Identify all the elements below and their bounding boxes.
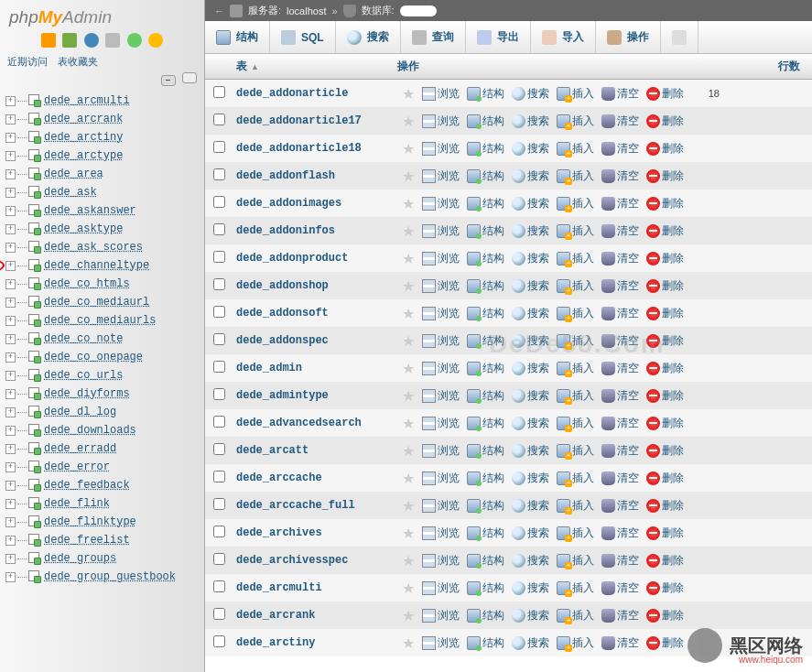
- action-browse[interactable]: 浏览: [419, 526, 462, 541]
- action-empty[interactable]: 清空: [599, 443, 642, 459]
- row-checkbox[interactable]: [213, 141, 225, 153]
- action-drop[interactable]: 删除: [644, 580, 687, 596]
- expand-icon[interactable]: +: [5, 133, 16, 143]
- expand-icon[interactable]: +: [5, 279, 16, 289]
- docs-icon[interactable]: [105, 33, 120, 48]
- action-browse[interactable]: 浏览: [419, 251, 462, 266]
- action-search[interactable]: 搜索: [509, 168, 552, 184]
- expand-icon[interactable]: +: [5, 114, 16, 125]
- action-insert[interactable]: 插入: [554, 526, 597, 541]
- action-drop[interactable]: 删除: [644, 635, 687, 651]
- action-structure[interactable]: 结构: [464, 223, 507, 239]
- tree-item-dede_co_mediaurl[interactable]: +dede_co_mediaurl: [4, 293, 200, 311]
- row-checkbox[interactable]: [213, 580, 225, 592]
- tree-item-dede_asktype[interactable]: +dede_asktype: [4, 220, 200, 238]
- action-structure[interactable]: 结构: [464, 388, 507, 404]
- action-empty[interactable]: 清空: [599, 223, 642, 239]
- expand-icon[interactable]: +: [5, 243, 16, 253]
- action-browse[interactable]: 浏览: [419, 114, 462, 129]
- tree-item-dede_arcmulti[interactable]: +dede_arcmulti: [4, 92, 200, 110]
- action-search[interactable]: 搜索: [509, 86, 552, 102]
- table-name-link[interactable]: dede_addonarticle17: [236, 114, 362, 127]
- action-browse[interactable]: 浏览: [419, 196, 462, 211]
- expand-icon[interactable]: +: [5, 188, 16, 198]
- logo[interactable]: phpMyAdmin: [0, 0, 204, 31]
- logout-icon[interactable]: [62, 33, 77, 48]
- home-icon[interactable]: [41, 33, 56, 48]
- database-name-redacted[interactable]: [400, 5, 437, 16]
- action-empty[interactable]: 清空: [599, 306, 642, 321]
- tab-operations[interactable]: 操作: [596, 21, 661, 53]
- favorite-star-icon[interactable]: ★: [402, 580, 415, 596]
- query-window-icon[interactable]: [84, 33, 99, 48]
- expand-icon[interactable]: +: [5, 407, 16, 417]
- row-checkbox[interactable]: [213, 471, 225, 482]
- action-drop[interactable]: 删除: [644, 114, 687, 129]
- action-browse[interactable]: 浏览: [419, 306, 462, 321]
- action-drop[interactable]: 删除: [644, 526, 687, 541]
- table-name-link[interactable]: dede_addonshop: [236, 279, 329, 292]
- action-structure[interactable]: 结构: [464, 498, 507, 514]
- tree-item-dede_arctype[interactable]: +dede_arctype: [4, 146, 200, 165]
- favorite-star-icon[interactable]: ★: [402, 278, 415, 294]
- expand-icon[interactable]: +: [5, 352, 16, 363]
- row-checkbox[interactable]: [213, 361, 225, 373]
- action-search[interactable]: 搜索: [509, 526, 552, 541]
- action-empty[interactable]: 清空: [599, 526, 642, 541]
- table-name-link[interactable]: dede_arccache_full: [236, 499, 355, 512]
- action-empty[interactable]: 清空: [599, 196, 642, 211]
- action-browse[interactable]: 浏览: [419, 553, 462, 569]
- row-checkbox[interactable]: [213, 526, 225, 537]
- tree-item-dede_flink[interactable]: +dede_flink: [4, 494, 200, 513]
- tree-item-dede_downloads[interactable]: +dede_downloads: [4, 421, 200, 439]
- action-browse[interactable]: 浏览: [419, 608, 462, 623]
- action-empty[interactable]: 清空: [599, 278, 642, 294]
- action-browse[interactable]: 浏览: [419, 361, 462, 376]
- action-insert[interactable]: 插入: [554, 388, 597, 404]
- favorite-star-icon[interactable]: ★: [402, 553, 415, 569]
- action-insert[interactable]: 插入: [554, 168, 597, 184]
- tree-item-dede_ask[interactable]: +dede_ask: [4, 183, 200, 201]
- action-drop[interactable]: 删除: [644, 498, 687, 514]
- action-browse[interactable]: 浏览: [419, 498, 462, 514]
- expand-icon[interactable]: +: [5, 298, 16, 308]
- favorite-star-icon[interactable]: ★: [402, 196, 415, 211]
- action-search[interactable]: 搜索: [509, 443, 552, 459]
- favorite-star-icon[interactable]: ★: [402, 333, 415, 349]
- action-empty[interactable]: 清空: [599, 361, 642, 376]
- action-drop[interactable]: 删除: [644, 196, 687, 211]
- row-checkbox[interactable]: [213, 553, 225, 565]
- action-search[interactable]: 搜索: [509, 278, 552, 294]
- action-browse[interactable]: 浏览: [419, 278, 462, 294]
- tree-item-dede_diyforms[interactable]: +dede_diyforms: [4, 385, 200, 403]
- action-drop[interactable]: 删除: [644, 608, 687, 623]
- action-search[interactable]: 搜索: [509, 553, 552, 569]
- tab-privileges[interactable]: [661, 21, 698, 53]
- tree-item-dede_ask_scores[interactable]: +dede_ask_scores: [4, 238, 200, 256]
- expand-icon[interactable]: +: [5, 554, 16, 564]
- row-checkbox[interactable]: [213, 443, 225, 455]
- tree-item-dede_group_guestbook[interactable]: +dede_group_guestbook: [4, 568, 200, 586]
- action-search[interactable]: 搜索: [509, 471, 552, 486]
- action-insert[interactable]: 插入: [554, 114, 597, 129]
- action-insert[interactable]: 插入: [554, 498, 597, 514]
- action-insert[interactable]: 插入: [554, 196, 597, 211]
- server-value[interactable]: localhost: [287, 5, 326, 16]
- action-empty[interactable]: 清空: [599, 608, 642, 623]
- action-structure[interactable]: 结构: [464, 251, 507, 266]
- action-structure[interactable]: 结构: [464, 443, 507, 459]
- action-structure[interactable]: 结构: [464, 86, 507, 102]
- expand-icon[interactable]: +: [5, 224, 16, 234]
- row-checkbox[interactable]: [213, 306, 225, 318]
- action-drop[interactable]: 删除: [644, 416, 687, 431]
- action-drop[interactable]: 删除: [644, 553, 687, 569]
- tree-item-dede_askanswer[interactable]: +dede_askanswer: [4, 201, 200, 220]
- settings-icon[interactable]: [148, 33, 163, 48]
- action-search[interactable]: 搜索: [509, 333, 552, 349]
- action-empty[interactable]: 清空: [599, 580, 642, 596]
- tree-item-dede_freelist[interactable]: +dede_freelist: [4, 531, 200, 549]
- action-drop[interactable]: 删除: [644, 443, 687, 459]
- expand-icon[interactable]: +: [5, 481, 16, 491]
- tree-item-dede_co_mediaurls[interactable]: +dede_co_mediaurls: [4, 311, 200, 330]
- favorite-star-icon[interactable]: ★: [402, 443, 415, 459]
